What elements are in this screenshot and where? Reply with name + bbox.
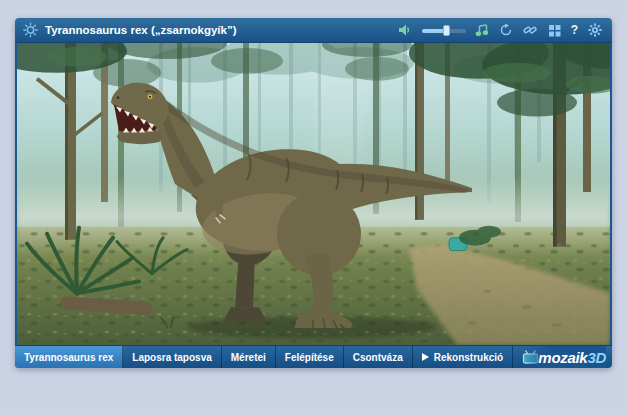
page-title: Tyrannosaurus rex („zsarnokgyík”) <box>45 24 237 36</box>
logo-text-primary: mozaik <box>538 349 587 366</box>
tab-label: Laposra taposva <box>132 352 211 363</box>
settings-gear-icon[interactable] <box>587 23 602 38</box>
title-bar: Tyrannosaurus rex („zsarnokgyík”) <box>15 18 612 43</box>
bottom-tab-bar: Tyrannosaurus rex Laposra taposva Mérete… <box>15 345 612 368</box>
tab-felepitese[interactable]: Felépítése <box>276 346 344 368</box>
titlebar-toolbar: ? <box>398 23 604 38</box>
help-icon[interactable]: ? <box>571 23 578 38</box>
music-note-icon[interactable] <box>475 23 490 38</box>
forest-scene <box>17 43 610 345</box>
app-window: Tyrannosaurus rex („zsarnokgyík”) <box>15 18 612 368</box>
volume-icon[interactable] <box>398 23 413 38</box>
app-logo-sun-icon <box>23 23 38 38</box>
page-background: Tyrannosaurus rex („zsarnokgyík”) <box>0 0 627 415</box>
grid-icon[interactable] <box>547 23 562 38</box>
tab-laposra-taposva[interactable]: Laposra taposva <box>123 346 221 368</box>
tab-rekonstrukcio[interactable]: Rekonstrukció <box>413 346 513 368</box>
tab-label: Csontváza <box>353 352 403 363</box>
tab-label: Méretei <box>231 352 266 363</box>
tab-meretei[interactable]: Méretei <box>222 346 276 368</box>
play-icon <box>422 353 429 361</box>
3d-viewport[interactable] <box>15 43 612 345</box>
volume-slider[interactable] <box>422 23 466 38</box>
volume-slider-handle[interactable] <box>443 25 450 36</box>
tab-label: Felépítése <box>285 352 334 363</box>
tab-label: Tyrannosaurus rex <box>24 352 113 363</box>
tab-label: Rekonstrukció <box>434 352 503 363</box>
tab-csontvaza[interactable]: Csontváza <box>344 346 413 368</box>
replay-icon[interactable] <box>499 23 514 38</box>
link-icon[interactable] <box>523 23 538 38</box>
logo-text-secondary: 3D <box>587 349 606 366</box>
mozaik3d-logo[interactable]: mozaik3D <box>520 346 606 368</box>
tab-tyrannosaurus-rex[interactable]: Tyrannosaurus rex <box>15 346 123 368</box>
